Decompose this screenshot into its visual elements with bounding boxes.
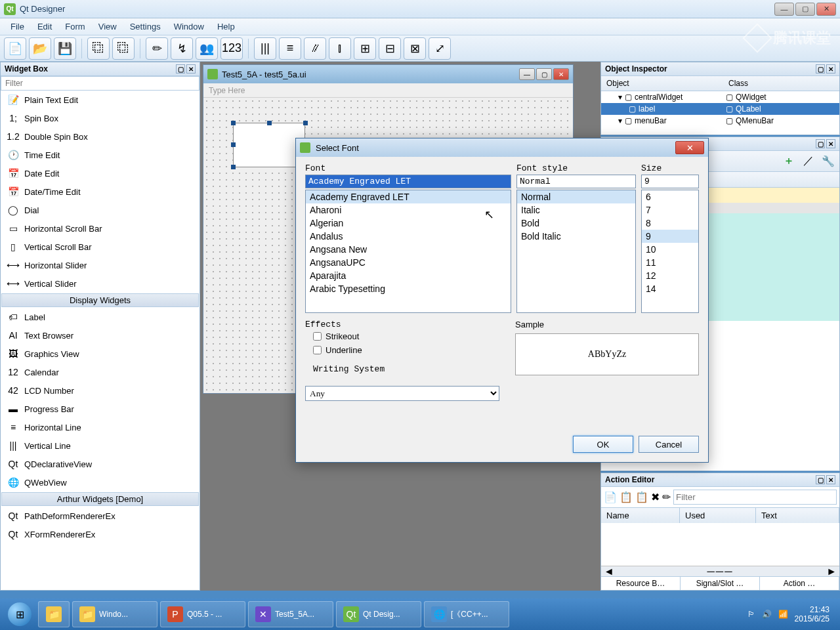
- list-item[interactable]: 11: [642, 256, 698, 269]
- taskbar-item[interactable]: PQ05.5 - ...: [160, 601, 245, 627]
- list-item[interactable]: Bold: [517, 217, 635, 230]
- dock-close-icon[interactable]: ✕: [826, 139, 835, 148]
- resize-handle[interactable]: [303, 121, 308, 125]
- list-item[interactable]: Algerian: [306, 217, 511, 230]
- widget-category[interactable]: Arthur Widgets [Demo]: [1, 492, 199, 506]
- list-item[interactable]: Angsana New: [306, 243, 511, 256]
- font-size-list[interactable]: 678910111214: [641, 190, 699, 313]
- open-icon[interactable]: 📂: [29, 37, 51, 60]
- font-style-list[interactable]: NormalItalicBoldBold Italic: [516, 190, 636, 313]
- dock-float-icon[interactable]: ▢: [176, 64, 185, 74]
- list-item[interactable]: 7: [642, 203, 698, 217]
- close-button[interactable]: ✕: [816, 3, 836, 16]
- widget-item[interactable]: ⟷Horizontal Slider: [1, 256, 200, 274]
- dock-float-icon[interactable]: ▢: [816, 475, 825, 484]
- tab-signal-slot[interactable]: Signal/Slot …: [681, 577, 760, 590]
- dock-float-icon[interactable]: ▢: [816, 64, 825, 74]
- font-style-input[interactable]: [516, 175, 636, 188]
- dock-close-icon[interactable]: ✕: [826, 64, 835, 74]
- layout-grid-icon[interactable]: ⊞: [354, 37, 376, 60]
- object-row[interactable]: ▾ ▢ menuBar▢ QMenuBar: [601, 115, 839, 127]
- widget-item[interactable]: QtPathDeformRendererEx: [1, 507, 200, 525]
- edit-tab-icon[interactable]: 123: [220, 37, 243, 60]
- tray-volume-icon[interactable]: 🔊: [762, 610, 772, 619]
- bring-front-icon[interactable]: ⿻: [112, 37, 135, 60]
- widget-item[interactable]: 42LCD Number: [1, 381, 200, 400]
- writing-system-select[interactable]: Any: [305, 386, 499, 401]
- cancel-button[interactable]: Cancel: [639, 436, 699, 453]
- dock-close-icon[interactable]: ✕: [186, 64, 196, 74]
- menu-help[interactable]: Help: [211, 20, 242, 33]
- resize-handle[interactable]: [267, 121, 272, 125]
- layout-vsplit-icon[interactable]: ⫿: [329, 37, 351, 60]
- widget-item[interactable]: ≡Horizontal Line: [1, 418, 200, 436]
- menu-edit[interactable]: Edit: [31, 20, 58, 33]
- tray-flag-icon[interactable]: 🏳: [747, 610, 755, 619]
- list-item[interactable]: Italic: [517, 203, 635, 217]
- widget-item[interactable]: ⟷Vertical Slider: [1, 274, 200, 293]
- strikeout-checkbox[interactable]: Strikeout: [305, 329, 505, 343]
- maximize-button[interactable]: ▢: [795, 3, 815, 16]
- form-close-icon[interactable]: ✕: [553, 68, 569, 80]
- widget-item[interactable]: 🌐QWebView: [1, 473, 200, 492]
- delete-action-icon[interactable]: ✖: [651, 491, 660, 503]
- list-item[interactable]: 9: [642, 230, 698, 243]
- widget-list[interactable]: 📝Plain Text Edit1;Spin Box1.2Double Spin…: [1, 91, 200, 590]
- widget-box-filter[interactable]: [1, 76, 200, 91]
- widget-item[interactable]: 12Calendar: [1, 363, 200, 381]
- selected-label-widget[interactable]: [233, 123, 305, 167]
- form-max-icon[interactable]: ▢: [536, 68, 552, 80]
- resize-handle[interactable]: [231, 121, 236, 125]
- widget-category[interactable]: Display Widgets: [1, 293, 199, 307]
- add-property-icon[interactable]: ＋: [780, 153, 797, 170]
- taskbar-item[interactable]: ✕Test5_5A...: [248, 601, 333, 627]
- col-name[interactable]: Name: [601, 508, 680, 523]
- tab-resource-browser[interactable]: Resource B…: [601, 577, 681, 590]
- edit-buddies-icon[interactable]: 👥: [196, 37, 218, 60]
- paste-action-icon[interactable]: 📋: [635, 491, 648, 503]
- save-icon[interactable]: 💾: [54, 37, 76, 60]
- taskbar-item[interactable]: QtQt Desig...: [336, 601, 421, 627]
- edit-signals-icon[interactable]: ↯: [171, 37, 193, 60]
- new-icon[interactable]: 📄: [4, 37, 26, 60]
- edit-widgets-icon[interactable]: ✏: [146, 37, 168, 60]
- taskbar-item[interactable]: 🌐[《CC++...: [424, 601, 509, 627]
- copy-action-icon[interactable]: 📋: [620, 491, 633, 503]
- list-item[interactable]: 10: [642, 243, 698, 256]
- list-item[interactable]: 8: [642, 217, 698, 230]
- col-class[interactable]: Class: [723, 76, 753, 91]
- list-item[interactable]: 14: [642, 282, 698, 295]
- adjust-size-icon[interactable]: ⤢: [429, 37, 451, 60]
- dock-close-icon[interactable]: ✕: [826, 475, 835, 484]
- new-action-icon[interactable]: 📄: [604, 491, 617, 503]
- widget-item[interactable]: 📝Plain Text Edit: [1, 91, 200, 109]
- underline-checkbox[interactable]: Underline: [305, 343, 505, 357]
- dialog-close-button[interactable]: ✕: [675, 141, 704, 154]
- menu-form[interactable]: Form: [58, 20, 91, 33]
- remove-property-icon[interactable]: ／: [800, 153, 817, 170]
- resize-handle[interactable]: [231, 165, 236, 169]
- widget-item[interactable]: ▭Horizontal Scroll Bar: [1, 219, 200, 238]
- form-min-icon[interactable]: —: [519, 68, 535, 80]
- widget-item[interactable]: QtXFormRendererEx: [1, 525, 200, 543]
- col-used[interactable]: Used: [680, 508, 756, 523]
- form-menubar[interactable]: Type Here: [203, 83, 573, 98]
- object-row[interactable]: ▢ label▢ QLabel: [601, 103, 839, 115]
- col-text[interactable]: Text: [756, 508, 839, 523]
- menu-settings[interactable]: Settings: [123, 20, 167, 33]
- list-item[interactable]: 12: [642, 269, 698, 282]
- taskbar-item[interactable]: 📁: [38, 601, 70, 627]
- layout-hsplit-icon[interactable]: ⫽: [304, 37, 326, 60]
- widget-item[interactable]: 📅Date/Time Edit: [1, 182, 200, 201]
- list-item[interactable]: Normal: [517, 190, 635, 203]
- font-name-input[interactable]: [305, 175, 511, 188]
- break-layout-icon[interactable]: ⊠: [404, 37, 426, 60]
- list-item[interactable]: Andalus: [306, 230, 511, 243]
- object-row[interactable]: ▾ ▢ centralWidget▢ QWidget: [601, 91, 839, 103]
- list-item[interactable]: Aharoni: [306, 203, 511, 217]
- list-item[interactable]: 6: [642, 190, 698, 203]
- layout-v-icon[interactable]: ≡: [279, 37, 301, 60]
- widget-item[interactable]: |||Vertical Line: [1, 436, 200, 455]
- widget-item[interactable]: 1;Spin Box: [1, 109, 200, 127]
- layout-form-icon[interactable]: ⊟: [379, 37, 401, 60]
